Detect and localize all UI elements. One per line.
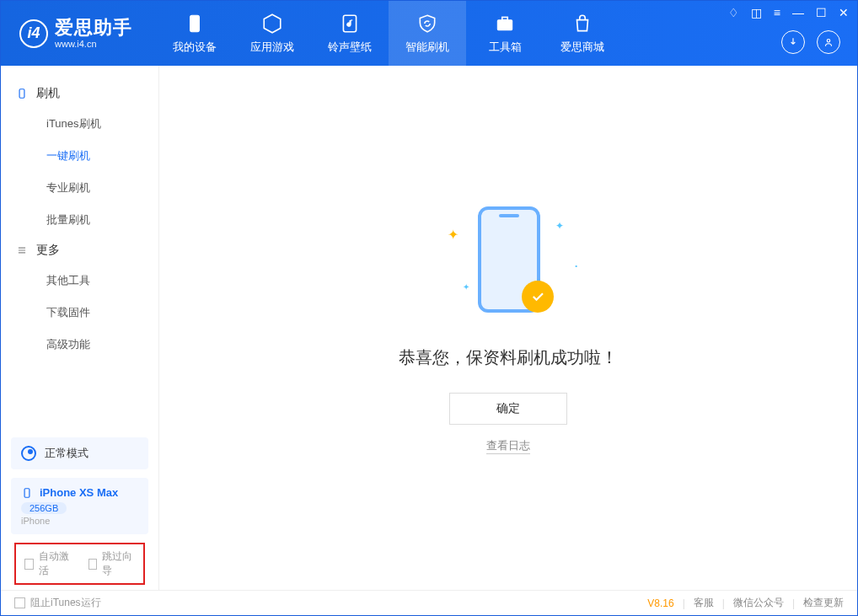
logo-text: 爱思助手 www.i4.cn: [55, 18, 132, 48]
tab-label: 工具箱: [489, 40, 522, 55]
separator: |: [683, 597, 685, 609]
svg-rect-6: [24, 488, 29, 497]
tab-label: 爱思商城: [560, 40, 604, 55]
mode-dot-icon: [21, 446, 36, 461]
download-icon: [787, 36, 799, 48]
mode-card[interactable]: 正常模式: [11, 437, 148, 469]
sidebar-item-onekey-flash[interactable]: 一键刷机: [1, 140, 158, 172]
checkbox-box-icon: [14, 597, 25, 608]
device-storage-badge: 256GB: [21, 502, 67, 514]
success-illustration: ✦ ✦ ✦ •: [432, 201, 584, 328]
options-highlight-box: 自动激活 跳过向导: [14, 543, 145, 585]
sidebar-group-flash: 刷机: [1, 79, 158, 108]
checkbox-skip-guide[interactable]: 跳过向导: [88, 549, 136, 578]
app-window: i4 爱思助手 www.i4.cn 我的设备 应用游戏 铃声壁纸 智能刷机: [0, 0, 858, 616]
tab-toolbox[interactable]: 工具箱: [466, 1, 544, 66]
status-link-wechat[interactable]: 微信公众号: [733, 596, 784, 610]
menu-icon[interactable]: ≡: [774, 6, 780, 19]
statusbar-right: V8.16 | 客服 | 微信公众号 | 检查更新: [647, 596, 844, 610]
titlebar: i4 爱思助手 www.i4.cn 我的设备 应用游戏 铃声壁纸 智能刷机: [1, 1, 857, 66]
checkbox-block-itunes[interactable]: 阻止iTunes运行: [14, 596, 101, 610]
group-title-label: 刷机: [36, 86, 60, 101]
svg-rect-3: [502, 17, 508, 19]
lock-icon[interactable]: ◫: [751, 6, 762, 19]
tab-apps-games[interactable]: 应用游戏: [233, 1, 311, 66]
tab-label: 铃声壁纸: [328, 40, 372, 55]
refresh-shield-icon: [416, 13, 438, 35]
app-title: 爱思助手: [55, 18, 132, 38]
bag-icon: [571, 13, 593, 35]
checkbox-box-icon: [24, 559, 34, 570]
view-log-link[interactable]: 查看日志: [486, 438, 530, 454]
sidebar: 刷机 iTunes刷机 一键刷机 专业刷机 批量刷机 更多 其他工具 下载固件 …: [1, 66, 159, 590]
sidebar-bottom: 正常模式 iPhone XS Max 256GB iPhone 自动激活: [1, 429, 158, 590]
mode-label: 正常模式: [45, 446, 88, 461]
body-area: 刷机 iTunes刷机 一键刷机 专业刷机 批量刷机 更多 其他工具 下载固件 …: [1, 66, 857, 590]
header-actions: [781, 30, 840, 54]
sparkle-icon: ✦: [448, 227, 458, 243]
tab-smart-flash[interactable]: 智能刷机: [389, 1, 466, 66]
close-button[interactable]: ✕: [839, 6, 849, 19]
success-message: 恭喜您，保资料刷机成功啦！: [399, 346, 618, 369]
logo-icon: i4: [19, 19, 48, 48]
ok-button[interactable]: 确定: [449, 393, 567, 425]
tab-label: 智能刷机: [405, 40, 449, 55]
tab-label: 我的设备: [173, 40, 217, 55]
tab-label: 应用游戏: [250, 40, 294, 55]
status-link-update[interactable]: 检查更新: [803, 596, 844, 610]
svg-rect-0: [190, 15, 200, 32]
main-content: ✦ ✦ ✦ • 恭喜您，保资料刷机成功啦！ 确定 查看日志: [159, 66, 857, 590]
svg-rect-5: [19, 89, 24, 99]
sparkle-icon: •: [575, 262, 577, 270]
checkbox-label: 跳过向导: [102, 549, 135, 578]
maximize-button[interactable]: ☐: [816, 6, 827, 19]
user-button[interactable]: [817, 30, 840, 54]
download-button[interactable]: [781, 30, 805, 54]
phone-outline-icon: [16, 88, 28, 99]
svg-rect-2: [497, 19, 512, 29]
sparkle-icon: ✦: [463, 282, 469, 292]
sidebar-item-advanced[interactable]: 高级功能: [1, 329, 158, 361]
sidebar-item-download-firmware[interactable]: 下载固件: [1, 297, 158, 329]
separator: |: [792, 597, 795, 609]
separator: |: [722, 597, 725, 609]
music-note-icon: [339, 13, 361, 35]
sidebar-item-other-tools[interactable]: 其他工具: [1, 265, 158, 297]
phone-icon: [184, 13, 206, 35]
checkmark-badge-icon: [522, 281, 554, 313]
checkbox-box-icon: [88, 559, 98, 570]
phone-outline-icon: [21, 487, 33, 499]
window-controls: ♢ ◫ ≡ — ☐ ✕: [728, 6, 849, 19]
device-type: iPhone: [21, 516, 138, 526]
checkbox-label: 自动激活: [39, 549, 72, 578]
minimize-button[interactable]: —: [792, 6, 804, 19]
shirt-icon[interactable]: ♢: [728, 6, 739, 19]
svg-point-4: [827, 40, 830, 43]
tab-my-device[interactable]: 我的设备: [156, 1, 233, 66]
device-card[interactable]: iPhone XS Max 256GB iPhone: [11, 478, 148, 534]
tab-ringtone-wallpaper[interactable]: 铃声壁纸: [311, 1, 389, 66]
group-title-label: 更多: [36, 243, 60, 258]
sidebar-item-pro-flash[interactable]: 专业刷机: [1, 172, 158, 204]
app-subtitle: www.i4.cn: [55, 39, 132, 49]
tab-store[interactable]: 爱思商城: [544, 1, 621, 66]
cube-icon: [261, 13, 283, 35]
statusbar: 阻止iTunes运行 V8.16 | 客服 | 微信公众号 | 检查更新: [1, 590, 857, 615]
sidebar-item-itunes-flash[interactable]: iTunes刷机: [1, 108, 158, 140]
sidebar-group-more: 更多: [1, 236, 158, 265]
checkbox-label: 阻止iTunes运行: [30, 596, 101, 610]
device-name: iPhone XS Max: [40, 486, 118, 499]
version-label: V8.16: [647, 597, 673, 609]
device-name-row: iPhone XS Max: [21, 486, 138, 499]
sidebar-item-batch-flash[interactable]: 批量刷机: [1, 204, 158, 236]
sparkle-icon: ✦: [555, 220, 564, 232]
logo-area: i4 爱思助手 www.i4.cn: [1, 18, 147, 48]
checkbox-auto-activate[interactable]: 自动激活: [24, 549, 72, 578]
list-icon: [16, 244, 28, 256]
briefcase-icon: [494, 13, 516, 35]
status-link-support[interactable]: 客服: [694, 596, 714, 610]
user-icon: [823, 36, 834, 48]
nav-tabs: 我的设备 应用游戏 铃声壁纸 智能刷机 工具箱 爱思商城: [156, 1, 621, 66]
